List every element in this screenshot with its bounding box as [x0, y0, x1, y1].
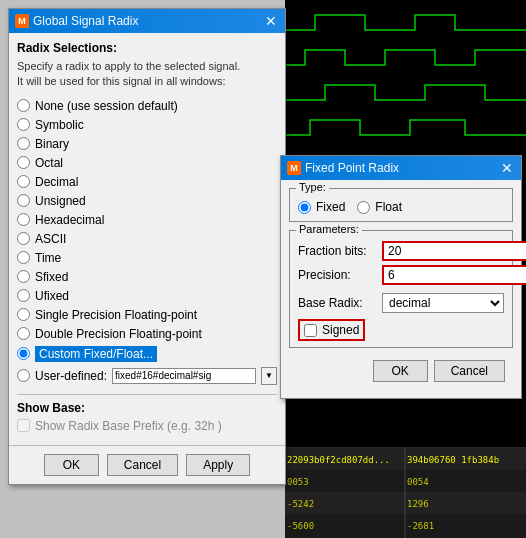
signed-label: Signed [322, 323, 359, 337]
main-dialog-title-left: M Global Signal Radix [15, 14, 138, 28]
show-base-prefix-checkbox-item[interactable]: Show Radix Base Prefix (e.g. 32h ) [17, 419, 277, 433]
radio-double-precision[interactable]: Double Precision Floating-point [17, 326, 277, 342]
radio-ascii[interactable]: ASCII [17, 231, 277, 247]
radio-binary[interactable]: Binary [17, 136, 277, 152]
svg-text:-5600: -5600 [287, 521, 314, 531]
radio-symbolic[interactable]: Symbolic [17, 117, 277, 133]
show-base-prefix-label: Show Radix Base Prefix (e.g. 32h ) [35, 419, 222, 433]
show-base-label: Show Base: [17, 401, 277, 415]
svg-text:1296: 1296 [407, 499, 429, 509]
radio-unsigned-label: Unsigned [35, 194, 86, 208]
radio-sfixed[interactable]: Sfixed [17, 269, 277, 285]
fraction-bits-input[interactable] [382, 241, 526, 261]
type-row: Fixed Float [298, 199, 504, 215]
type-group: Type: Fixed Float [289, 188, 513, 222]
radio-double-precision-label: Double Precision Floating-point [35, 327, 202, 341]
fp-dialog-title-left: M Fixed Point Radix [287, 161, 399, 175]
main-dialog-cancel-button[interactable]: Cancel [107, 454, 178, 476]
signed-checkbox-row[interactable]: Signed [298, 319, 365, 341]
radix-radio-group: None (use session default) Symbolic Bina… [17, 98, 277, 386]
main-dialog-titlebar: M Global Signal Radix ✕ [9, 9, 285, 33]
main-dialog-content: Radix Selections: Specify a radix to app… [9, 33, 285, 441]
radio-decimal[interactable]: Decimal [17, 174, 277, 190]
radio-ufixed[interactable]: Ufixed [17, 288, 277, 304]
fp-dialog-close-button[interactable]: ✕ [499, 161, 515, 175]
radio-time-label: Time [35, 251, 61, 265]
radio-decimal-label: Decimal [35, 175, 78, 189]
parameters-group: Parameters: Fraction bits: Precision: Ba… [289, 230, 513, 348]
fp-cancel-button[interactable]: Cancel [434, 360, 505, 382]
fp-dialog-footer: OK Cancel [289, 356, 513, 390]
user-defined-input[interactable] [112, 368, 256, 384]
radio-none[interactable]: None (use session default) [17, 98, 277, 114]
radio-symbolic-label: Symbolic [35, 118, 84, 132]
base-radix-select[interactable]: decimal hex binary octal [382, 293, 504, 313]
radio-single-precision[interactable]: Single Precision Floating-point [17, 307, 277, 323]
main-dialog-apply-button[interactable]: Apply [186, 454, 250, 476]
radio-user-defined-label: User-defined: [35, 369, 107, 383]
svg-text:0054: 0054 [407, 477, 429, 487]
main-dialog-close-button[interactable]: ✕ [263, 14, 279, 28]
signed-checkbox[interactable] [304, 324, 317, 337]
fraction-bits-row: Fraction bits: [298, 241, 504, 261]
type-float-option[interactable]: Float [357, 199, 402, 215]
parameters-group-legend: Parameters: [296, 223, 362, 235]
radio-unsigned[interactable]: Unsigned [17, 193, 277, 209]
type-group-legend: Type: [296, 181, 329, 193]
svg-text:22093b0f2cd807dd...: 22093b0f2cd807dd... [287, 455, 390, 465]
fp-dialog-content: Type: Fixed Float Parameters: Fraction b… [281, 180, 521, 398]
svg-text:0053: 0053 [287, 477, 309, 487]
radio-ascii-label: ASCII [35, 232, 66, 246]
fixed-point-radix-dialog: M Fixed Point Radix ✕ Type: Fixed Float … [280, 155, 522, 399]
radio-custom-fixed-label: Custom Fixed/Float... [35, 346, 157, 362]
radio-hexadecimal[interactable]: Hexadecimal [17, 212, 277, 228]
precision-label: Precision: [298, 268, 378, 282]
main-dialog-icon: M [15, 14, 29, 28]
fp-dialog-icon: M [287, 161, 301, 175]
radio-custom-fixed[interactable]: Custom Fixed/Float... [17, 345, 277, 363]
fraction-bits-label: Fraction bits: [298, 244, 378, 258]
svg-text:-5242: -5242 [287, 499, 314, 509]
precision-row: Precision: [298, 265, 504, 285]
fp-dialog-title: Fixed Point Radix [305, 161, 399, 175]
precision-input[interactable] [382, 265, 526, 285]
fp-dialog-titlebar: M Fixed Point Radix ✕ [281, 156, 521, 180]
radio-time[interactable]: Time [17, 250, 277, 266]
svg-text:394b06760 1fb384b: 394b06760 1fb384b [407, 455, 499, 465]
svg-text:-2681: -2681 [407, 521, 434, 531]
global-signal-radix-dialog: M Global Signal Radix ✕ Radix Selections… [8, 8, 286, 485]
radix-description: Specify a radix to apply to the selected… [17, 59, 277, 90]
main-dialog-footer: OK Cancel Apply [9, 445, 285, 484]
radio-single-precision-label: Single Precision Floating-point [35, 308, 197, 322]
params-grid: Fraction bits: Precision: Base Radix: de… [298, 241, 504, 313]
type-float-label: Float [375, 200, 402, 214]
main-dialog-title: Global Signal Radix [33, 14, 138, 28]
user-defined-dropdown-button[interactable]: ▼ [261, 367, 277, 385]
type-fixed-label: Fixed [316, 200, 345, 214]
radio-octal[interactable]: Octal [17, 155, 277, 171]
base-radix-label: Base Radix: [298, 296, 378, 310]
radio-octal-label: Octal [35, 156, 63, 170]
base-radix-row: Base Radix: decimal hex binary octal [298, 293, 504, 313]
radio-ufixed-label: Ufixed [35, 289, 69, 303]
fp-ok-button[interactable]: OK [373, 360, 428, 382]
show-base-prefix-checkbox[interactable] [17, 419, 30, 432]
radio-user-defined[interactable]: User-defined: ▼ [17, 366, 277, 386]
show-base-section: Show Base: Show Radix Base Prefix (e.g. … [17, 394, 277, 433]
radio-binary-label: Binary [35, 137, 69, 151]
radix-section-label: Radix Selections: [17, 41, 277, 55]
radio-sfixed-label: Sfixed [35, 270, 68, 284]
main-dialog-ok-button[interactable]: OK [44, 454, 99, 476]
type-fixed-option[interactable]: Fixed [298, 199, 345, 215]
radio-none-label: None (use session default) [35, 99, 178, 113]
radio-hexadecimal-label: Hexadecimal [35, 213, 104, 227]
